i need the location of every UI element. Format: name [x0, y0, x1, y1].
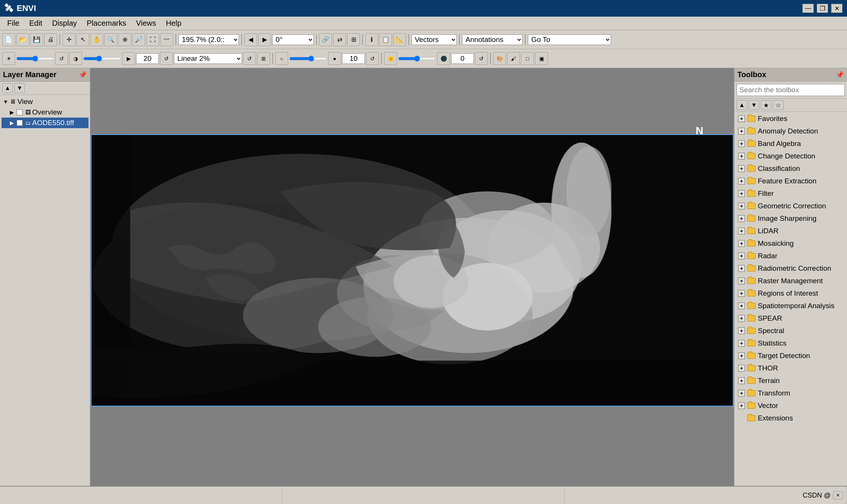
palette-btn[interactable]: 🎨 — [493, 52, 506, 65]
layer-info-btn[interactable]: 📋 — [379, 33, 392, 46]
layer-manager-pin[interactable]: 📌 — [79, 71, 87, 79]
transparency-input[interactable] — [342, 53, 365, 64]
lidar-expand[interactable]: + — [738, 228, 745, 234]
anomaly-expand[interactable]: + — [738, 128, 745, 135]
stats-expand[interactable]: + — [738, 340, 745, 347]
toolbox-item-terrain[interactable]: + Terrain — [735, 375, 846, 387]
zoom-dropdown[interactable]: 195.7% (2.0:: — [178, 34, 239, 45]
zoom-in-btn[interactable]: 🔍 — [104, 33, 117, 46]
aode-expand[interactable]: ▶ — [10, 120, 15, 126]
brightness-input[interactable] — [136, 53, 159, 64]
geom-expand[interactable]: + — [738, 203, 745, 209]
play-btn[interactable]: ▶ — [122, 52, 135, 65]
feature-expand[interactable]: + — [738, 178, 745, 185]
toolbox-pin[interactable]: 📌 — [836, 71, 844, 79]
toolbox-item-statistics[interactable]: + Statistics — [735, 337, 846, 350]
spatio-expand[interactable]: + — [738, 302, 745, 309]
sync-btn[interactable]: ⇄ — [333, 33, 346, 46]
toolbox-item-filter[interactable]: + Filter — [735, 188, 846, 200]
target-expand[interactable]: + — [738, 352, 745, 359]
toolbox-item-favorites[interactable]: + Favorites — [735, 113, 846, 125]
new-btn[interactable]: 📄 — [2, 33, 15, 46]
menu-file[interactable]: File — [3, 17, 23, 29]
tree-aode550[interactable]: ▶ 🗂 AODE550.tiff — [2, 118, 88, 128]
toolbox-item-classification[interactable]: + Classification — [735, 163, 846, 175]
toolbox-item-target-detection[interactable]: + Target Detection — [735, 350, 846, 362]
select-btn[interactable]: ↖ — [76, 33, 89, 46]
change-expand[interactable]: + — [738, 153, 745, 160]
toolbox-item-radiometric[interactable]: + Radiometric Correction — [735, 262, 846, 275]
spear-expand[interactable]: + — [738, 315, 745, 322]
terrain-expand[interactable]: + — [738, 377, 745, 384]
toolbox-item-raster[interactable]: + Raster Management — [735, 275, 846, 287]
trans-refresh[interactable]: ↺ — [366, 52, 379, 65]
tree-view[interactable]: ▼ 🖥 View — [2, 96, 88, 107]
prev-btn[interactable]: ◀ — [244, 33, 257, 46]
toolbox-item-thor[interactable]: + THOR — [735, 362, 846, 375]
sharp-expand[interactable]: + — [738, 215, 745, 222]
crosshair-btn[interactable]: ✛ — [62, 33, 75, 46]
filter-expand[interactable]: + — [738, 190, 745, 197]
favorites-expand[interactable]: + — [738, 115, 745, 122]
grid-btn[interactable]: ⊞ — [347, 33, 360, 46]
pan-btn[interactable]: ✋ — [90, 33, 103, 46]
view-expand[interactable]: ▼ — [3, 99, 8, 105]
toolbox-item-spear[interactable]: + SPEAR — [735, 312, 846, 325]
transform-expand[interactable]: + — [738, 390, 745, 397]
toolbox-item-anomaly[interactable]: + Anomaly Detection — [735, 125, 846, 138]
save-btn[interactable]: 💾 — [30, 33, 43, 46]
brightness-refresh2[interactable]: ↺ — [160, 52, 173, 65]
thor-expand[interactable]: + — [738, 365, 745, 372]
menu-edit[interactable]: Edit — [25, 17, 46, 29]
toolbox-item-roi[interactable]: + Regions of Interest — [735, 287, 846, 300]
menu-placemarks[interactable]: Placemarks — [82, 17, 130, 29]
mosaic-expand[interactable]: + — [738, 240, 745, 247]
raster-expand[interactable]: + — [738, 278, 745, 284]
goto-dropdown[interactable]: Go To — [528, 34, 611, 45]
close-button[interactable]: ✕ — [831, 4, 842, 13]
brightness-slider[interactable] — [16, 56, 54, 62]
layer-down-btn[interactable]: ▼ — [14, 83, 25, 93]
toolbox-item-lidar[interactable]: + LiDAR — [735, 225, 846, 237]
color-btn4[interactable]: ▣ — [535, 52, 548, 65]
toolbox-search-input[interactable] — [737, 84, 845, 96]
toolbox-item-band-algebra[interactable]: + Band Algebra — [735, 138, 846, 150]
contrast-slider[interactable] — [83, 56, 121, 62]
menu-help[interactable]: Help — [162, 17, 186, 29]
link-btn[interactable]: 🔗 — [319, 33, 332, 46]
vectors-dropdown[interactable]: Vectors — [411, 34, 457, 45]
toolbox-item-transform[interactable]: + Transform — [735, 387, 846, 400]
print-btn[interactable]: 🖨 — [44, 33, 57, 46]
color-btn3[interactable]: □ — [521, 52, 534, 65]
class-expand[interactable]: + — [738, 165, 745, 172]
next-btn[interactable]: ▶ — [258, 33, 271, 46]
menu-display[interactable]: Display — [48, 17, 81, 29]
spectral-expand[interactable]: + — [738, 327, 745, 334]
stretch-apply[interactable]: ⊞ — [257, 52, 270, 65]
toolbox-up-btn[interactable]: ▲ — [737, 100, 747, 110]
refresh3[interactable]: ↺ — [475, 52, 488, 65]
restore-button[interactable]: ❐ — [817, 4, 828, 13]
toolbox-item-spatiotemporal[interactable]: + Spatiotemporal Analysis — [735, 300, 846, 312]
color-btn2[interactable]: 🖌 — [507, 52, 520, 65]
stretch-dropdown[interactable]: Linear 2% — [174, 53, 242, 64]
rotation-dropdown[interactable]: 0° — [272, 34, 314, 45]
toolbox-item-change-detection[interactable]: + Change Detection — [735, 150, 846, 163]
band-expand[interactable]: + — [738, 140, 745, 147]
toolbox-item-spectral[interactable]: + Spectral — [735, 325, 846, 337]
measure-btn[interactable]: 📐 — [393, 33, 406, 46]
toolbox-item-image-sharpening[interactable]: + Image Sharpening — [735, 212, 846, 225]
tree-overview[interactable]: ▶ 🖼 Overview — [2, 107, 88, 118]
layer-up-btn[interactable]: ▲ — [2, 83, 13, 93]
profile-btn[interactable]: 〰 — [160, 33, 173, 46]
toolbox-star-btn[interactable]: ★ — [761, 100, 771, 110]
toolbox-star2-btn[interactable]: ☆ — [773, 100, 783, 110]
transparency-slider[interactable] — [289, 56, 327, 62]
roi-expand[interactable]: + — [738, 290, 745, 297]
toolbox-item-geometric[interactable]: + Geometric Correction — [735, 200, 846, 212]
menu-views[interactable]: Views — [132, 17, 160, 29]
annotations-dropdown[interactable]: Annotations — [462, 34, 523, 45]
zoom-out-btn[interactable]: 🔎 — [132, 33, 145, 46]
zoom-full-btn[interactable]: ⛶ — [146, 33, 159, 46]
toolbox-down-btn[interactable]: ▼ — [749, 100, 759, 110]
